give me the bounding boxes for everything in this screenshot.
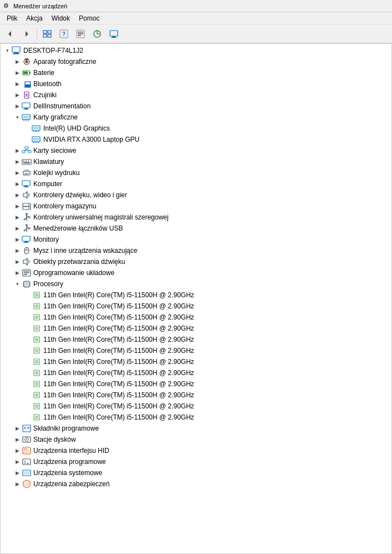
storage-expand-icon[interactable]: ▶: [13, 202, 22, 211]
menu-plik[interactable]: Plik: [2, 13, 22, 23]
toolbar: ?: [0, 24, 392, 43]
svg-line-141: [24, 461, 26, 462]
tree-item-nvidia-gpu[interactable]: ▶ NVIDIA RTX A3000 Laptop GPU: [1, 134, 391, 145]
battery-expand-icon[interactable]: ▶: [13, 68, 22, 77]
network-expand-icon[interactable]: ▶: [13, 146, 22, 155]
tree-item-cpu-11[interactable]: ▶ 11th Gen Intel(R) Core(TM) i5-11500H @…: [1, 412, 391, 423]
tree-item-bluetooth[interactable]: ▶ ⬓ Bluetooth: [1, 78, 391, 89]
tree-item-computer[interactable]: ▶ Komputer: [1, 178, 391, 189]
sound-expand-icon[interactable]: ▶: [13, 257, 22, 266]
usb-conn-label: Menedżerowie łączników USB: [33, 224, 123, 232]
update-button[interactable]: [89, 27, 105, 41]
svg-rect-5: [48, 34, 51, 37]
tree-item-battery[interactable]: ▶ Baterie: [1, 67, 391, 78]
tree-item-cpu-6[interactable]: ▶ 11th Gen Intel(R) Core(TM) i5-11500H @…: [1, 356, 391, 367]
hid-expand-icon[interactable]: ▶: [13, 446, 22, 455]
tree-item-software-comp[interactable]: ▶ Składniki programowe: [1, 423, 391, 434]
computer-expand-icon[interactable]: ▶: [13, 179, 22, 188]
properties-button[interactable]: [73, 27, 88, 41]
tree-item-cameras[interactable]: ▶ Aparaty fotograficzne: [1, 56, 391, 67]
tree-item-prog-dev[interactable]: ▶ Urządzenia programowe: [1, 456, 391, 467]
menu-akcja[interactable]: Akcja: [22, 13, 47, 23]
content-area[interactable]: ▾ DESKTOP-F74L1J2 ▶ Aparaty fotograf: [0, 43, 392, 554]
audio-expand-icon[interactable]: ▶: [13, 191, 22, 199]
tree-item-hid[interactable]: ▶ Urządzenia interfejsu HID: [1, 445, 391, 456]
tree-item-cpu-10[interactable]: ▶ 11th Gen Intel(R) Core(TM) i5-11500H @…: [1, 401, 391, 412]
software-expand-icon[interactable]: ▶: [13, 424, 22, 433]
tree-item-print[interactable]: ▶ Kolejki wydruku: [1, 167, 391, 178]
gpu-expand-icon[interactable]: ▾: [13, 113, 22, 122]
back-button[interactable]: [2, 27, 18, 41]
mouse-expand-icon[interactable]: ▶: [13, 246, 22, 255]
tree-item-intel-gpu[interactable]: ▶ Intel(R) UHD Graphics: [1, 123, 391, 134]
print-expand-icon[interactable]: ▶: [13, 168, 22, 177]
menu-bar: Plik Akcja Widok Pomoc: [0, 12, 392, 24]
disk-expand-icon[interactable]: ▶: [13, 435, 22, 444]
tree-item-cpu-9[interactable]: ▶ 11th Gen Intel(R) Core(TM) i5-11500H @…: [1, 390, 391, 401]
tree-item-cpu-0[interactable]: ▶ 11th Gen Intel(R) Core(TM) i5-11500H @…: [1, 290, 391, 301]
tree-item-cpu-1[interactable]: ▶ 11th Gen Intel(R) Core(TM) i5-11500H @…: [1, 301, 391, 312]
tree-item-mouse[interactable]: ▶ Mysz i inne urządzenia wskazujące: [1, 245, 391, 256]
tree-item-security[interactable]: ▶ Urządzenia zabezpieczeń: [1, 478, 391, 490]
tree-item-cpu[interactable]: ▾ Proces: [1, 278, 391, 290]
help-button[interactable]: ?: [56, 27, 72, 41]
forward-button[interactable]: [19, 27, 34, 41]
svg-rect-110: [35, 316, 38, 319]
cameras-expand-icon[interactable]: ▶: [13, 57, 22, 66]
tree-root[interactable]: ▾ DESKTOP-F74L1J2: [1, 45, 391, 56]
tree-item-storage[interactable]: ▶ Kontrolery magazynu: [1, 201, 391, 212]
window-title: Menedżer urządzeń: [13, 3, 67, 9]
sys-dev-expand-icon[interactable]: ▶: [13, 468, 22, 477]
back-icon: [6, 30, 14, 38]
tree-item-cpu-2[interactable]: ▶ 11th Gen Intel(R) Core(TM) i5-11500H @…: [1, 312, 391, 323]
display-button[interactable]: [106, 27, 122, 41]
keyboard-expand-icon[interactable]: ▶: [13, 157, 22, 166]
gpu-label: Karty graficzne: [33, 113, 78, 121]
sensors-expand-icon[interactable]: ▶: [13, 91, 22, 99]
tree-item-firmware[interactable]: ▶ Oprogramowanie układowe: [1, 267, 391, 278]
prog-dev-expand-icon[interactable]: ▶: [13, 457, 22, 466]
tree-item-cpu-7[interactable]: ▶ 11th Gen Intel(R) Core(TM) i5-11500H @…: [1, 367, 391, 378]
cpu-1-icon: [32, 301, 42, 311]
dell-expand-icon[interactable]: ▶: [13, 102, 22, 111]
cpu-expand-icon[interactable]: ▾: [13, 280, 22, 288]
tree-item-audio[interactable]: ▶ Kontrolery dźwięku, wideo i gier: [1, 189, 391, 201]
tree-item-cpu-3[interactable]: ▶ 11th Gen Intel(R) Core(TM) i5-11500H @…: [1, 323, 391, 334]
overview-button[interactable]: [39, 27, 55, 41]
firmware-expand-icon[interactable]: ▶: [13, 268, 22, 277]
tree-item-gpu[interactable]: ▾ Karty graficzne: [1, 112, 391, 123]
svg-rect-59: [24, 173, 29, 174]
usb-expand-icon[interactable]: ▶: [13, 213, 22, 222]
tree-item-cpu-5[interactable]: ▶ 11th Gen Intel(R) Core(TM) i5-11500H @…: [1, 345, 391, 356]
tree-item-usb[interactable]: ▶ Kontrolery uniwersalnej magistrali sze…: [1, 212, 391, 223]
svg-marker-76: [25, 224, 28, 226]
tree-item-sensors[interactable]: ▶ Czujniki: [1, 89, 391, 101]
tree-item-usb-connectors[interactable]: ▶ Menedżerowie łączników USB: [1, 223, 391, 234]
security-expand-icon[interactable]: ▶: [13, 480, 22, 488]
cpu-0-label: 11th Gen Intel(R) Core(TM) i5-11500H @ 2…: [43, 291, 194, 299]
gpu-icon: [22, 112, 32, 122]
tree-item-monitors[interactable]: ▶ Monitory: [1, 234, 391, 245]
bluetooth-expand-icon[interactable]: ▶: [13, 79, 22, 88]
update-icon: [93, 29, 102, 38]
tree-item-sound[interactable]: ▶ Obiekty przetwarzania dźwięku: [1, 256, 391, 267]
svg-rect-39: [36, 131, 37, 132]
svg-rect-37: [33, 127, 39, 129]
tree-item-dell[interactable]: ▶ DellInstrumentation: [1, 101, 391, 112]
cpu-1-label: 11th Gen Intel(R) Core(TM) i5-11500H @ 2…: [43, 302, 194, 310]
menu-widok[interactable]: Widok: [47, 13, 74, 23]
svg-rect-33: [23, 119, 24, 121]
svg-rect-44: [36, 142, 37, 143]
menu-pomoc[interactable]: Pomoc: [74, 13, 104, 23]
tree-item-sys-dev[interactable]: ▶ Urządzenia systemowe: [1, 467, 391, 478]
software-icon: [22, 423, 32, 433]
usb-conn-expand-icon[interactable]: ▶: [13, 224, 22, 233]
tree-item-network[interactable]: ▶ Karty sieciowe: [1, 145, 391, 156]
tree-item-disk[interactable]: ▶ Stacje dysków: [1, 434, 391, 445]
root-expand-icon[interactable]: ▾: [3, 46, 12, 55]
monitors-expand-icon[interactable]: ▶: [13, 235, 22, 244]
tree-item-keyboard[interactable]: ▶ Klawiatury: [1, 156, 391, 167]
svg-rect-118: [35, 360, 38, 363]
tree-item-cpu-8[interactable]: ▶ 11th Gen Intel(R) Core(TM) i5-11500H @…: [1, 378, 391, 390]
tree-item-cpu-4[interactable]: ▶ 11th Gen Intel(R) Core(TM) i5-11500H @…: [1, 334, 391, 345]
